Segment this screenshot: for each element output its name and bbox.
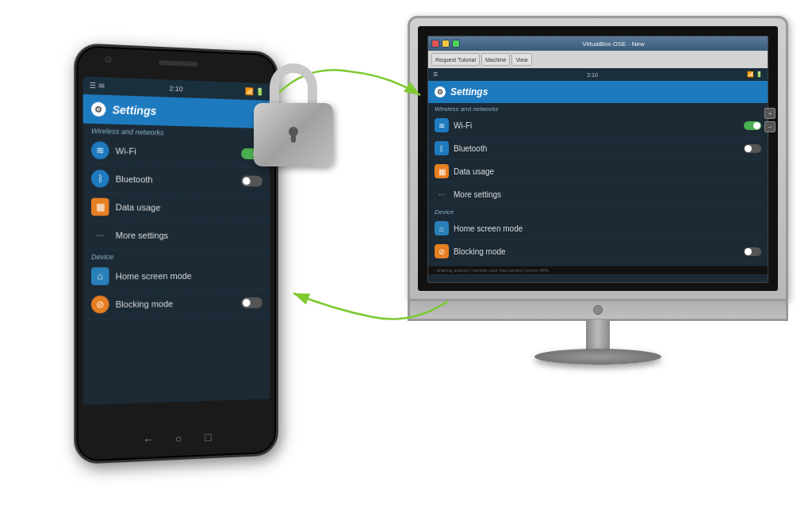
side-btn-down[interactable]: − <box>764 121 776 132</box>
monitor-bluetooth-label: Bluetooth <box>454 144 739 153</box>
phone-camera <box>105 56 111 63</box>
monitor-frame: VirtualBox OSE - New Request Tutorial Ma… <box>408 16 788 301</box>
monitor-bluetooth-icon: ᛒ <box>435 141 449 155</box>
monitor-more-label: More settings <box>454 190 761 199</box>
phone-more-label: More settings <box>116 231 262 241</box>
phone-bluetooth-label: Bluetooth <box>116 174 236 185</box>
keyhole-slot <box>291 135 296 143</box>
monitor-bezel-bottom <box>408 301 788 321</box>
phone-data-label: Data usage <box>116 202 262 213</box>
monitor-side-controls: + − <box>762 105 778 135</box>
phone-screen: ☰ ✉ 2:10 📶 🔋 ⚙ Settings Wireless and net… <box>83 76 270 405</box>
phone-navbar: ← ○ □ <box>141 430 215 447</box>
monitor-more-item[interactable]: ··· More settings <box>428 183 768 206</box>
monitor-gear-icon: ⚙ <box>435 86 446 98</box>
monitor-inner-screen: VirtualBox OSE - New Request Tutorial Ma… <box>427 36 768 283</box>
vbox-btn-1[interactable] <box>431 40 439 48</box>
monitor-settings-title: Settings <box>450 86 488 98</box>
phone-data-item[interactable]: ▦ Data usage <box>83 193 270 222</box>
homescreen-icon: ⌂ <box>91 267 109 285</box>
monitor-blocking-item[interactable]: ⊘ Blocking mode <box>428 240 768 263</box>
monitor-power-button[interactable] <box>593 305 603 315</box>
vbox-btn-3[interactable] <box>452 40 460 48</box>
blocking-toggle[interactable] <box>241 297 262 308</box>
phone-homescreen-label: Home screen mode <box>116 271 262 281</box>
monitor-homescreen-label: Home screen mode <box>454 224 761 233</box>
recent-button[interactable]: □ <box>201 430 216 445</box>
vbox-toolbar: Request Tutorial Machine View <box>428 51 768 68</box>
monitor-wifi-item[interactable]: ≋ Wi-Fi <box>428 114 768 137</box>
gear-icon: ⚙ <box>94 104 102 115</box>
phone-settings-icon: ⚙ <box>91 101 105 117</box>
home-button[interactable]: ○ <box>171 431 186 446</box>
vbox-btn-2[interactable] <box>442 40 450 48</box>
monitor-wifi-label: Wi-Fi <box>454 121 739 130</box>
monitor-homescreen-icon: ⌂ <box>435 221 449 235</box>
monitor-data-icon: ▦ <box>435 164 449 178</box>
monitor-android-screen: ☰ 2:10 📶 🔋 ⚙ Settings Wireless and netwo… <box>428 68 768 274</box>
monitor-wifi-toggle[interactable] <box>744 121 761 130</box>
monitor-time: 2:10 <box>587 72 598 78</box>
monitor-section-wireless: Wireless and networks <box>428 103 768 114</box>
phone-wifi-label: Wi-Fi <box>116 146 236 158</box>
monitor-data-label: Data usage <box>454 167 761 176</box>
phone-wifi-item[interactable]: ≋ Wi-Fi <box>83 136 270 168</box>
monitor-homescreen-item[interactable]: ⌂ Home screen mode <box>428 217 768 240</box>
monitor-blocking-icon: ⊘ <box>435 244 449 258</box>
padlock-keyhole <box>289 127 298 143</box>
request-tutorial-btn[interactable]: Request Tutorial <box>431 53 480 66</box>
monitor-data-item[interactable]: ▦ Data usage <box>428 160 768 183</box>
monitor-neck <box>586 319 610 351</box>
monitor-statusbar: ☰ 2:10 📶 🔋 <box>428 68 768 81</box>
monitor-screen: VirtualBox OSE - New Request Tutorial Ma… <box>418 26 778 291</box>
monitor-blocking-label: Blocking mode <box>454 247 739 256</box>
monitor-base <box>534 349 661 365</box>
blocking-icon: ⊘ <box>91 296 109 314</box>
padlock-body <box>254 103 333 166</box>
phone-settings-title: Settings <box>113 103 157 117</box>
padlock <box>246 63 341 190</box>
monitor-more-icon: ··· <box>435 187 449 201</box>
bluetooth-icon: ᛒ <box>91 170 109 188</box>
monitor-status-right: 📶 🔋 <box>747 71 763 78</box>
machine-btn[interactable]: Machine <box>481 53 510 66</box>
phone-bluetooth-item[interactable]: ᛒ Bluetooth <box>83 165 270 196</box>
phone-status-left: ☰ ✉ <box>90 82 105 90</box>
monitor-bluetooth-toggle[interactable] <box>744 144 761 153</box>
phone-time: 2:10 <box>169 85 182 94</box>
monitor-header: ⚙ Settings <box>428 81 768 103</box>
monitor-wifi-icon: ≋ <box>435 118 449 132</box>
phone-blocking-label: Blocking mode <box>116 298 236 309</box>
monitor-device: VirtualBox OSE - New Request Tutorial Ma… <box>408 16 788 357</box>
vbox-title: VirtualBox OSE - New <box>462 40 764 48</box>
monitor-footer-text: ↑ sharing actions | remote user has cont… <box>433 268 549 273</box>
phone-more-item[interactable]: ··· More settings <box>83 221 270 250</box>
monitor-footer: ↑ sharing actions | remote user has cont… <box>428 266 768 274</box>
view-btn[interactable]: View <box>511 53 531 66</box>
data-usage-icon: ▦ <box>91 198 109 216</box>
main-scene: ☰ ✉ 2:10 📶 🔋 ⚙ Settings Wireless and net… <box>0 0 812 520</box>
side-btn-up[interactable]: + <box>764 108 776 119</box>
phone-blocking-item[interactable]: ⊘ Blocking mode <box>83 289 270 319</box>
monitor-section-device: Device <box>428 206 768 217</box>
phone-homescreen-item[interactable]: ⌂ Home screen mode <box>83 262 270 291</box>
wifi-icon: ≋ <box>91 141 109 159</box>
monitor-blocking-toggle[interactable] <box>744 247 761 256</box>
vbox-titlebar: VirtualBox OSE - New <box>428 36 768 51</box>
monitor-status-left: ☰ <box>433 71 438 78</box>
phone-section-device: Device <box>83 250 270 262</box>
phone-speaker <box>159 60 198 67</box>
back-button[interactable]: ← <box>141 432 155 447</box>
more-settings-icon: ··· <box>91 226 109 243</box>
monitor-bluetooth-item[interactable]: ᛒ Bluetooth <box>428 137 768 160</box>
